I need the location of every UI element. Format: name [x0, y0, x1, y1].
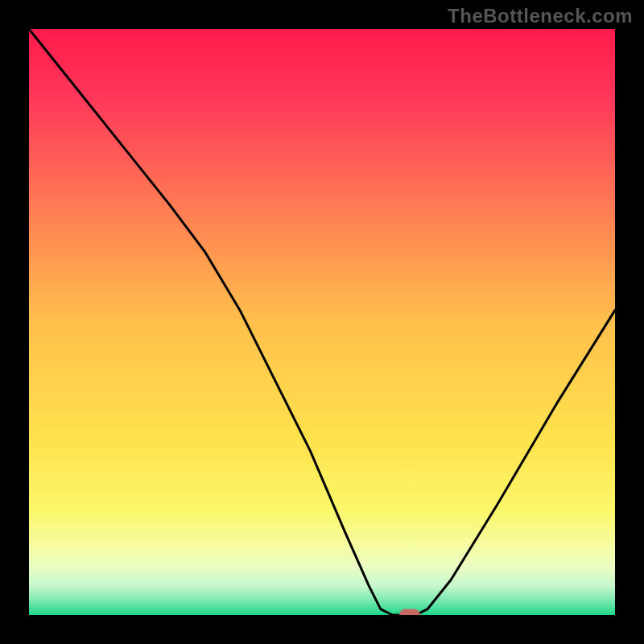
plot-area: [29, 29, 615, 615]
watermark-label: TheBottleneck.com: [448, 5, 633, 27]
plot-curve-layer: [29, 29, 615, 615]
optimal-point-marker: [399, 609, 420, 616]
bottleneck-curve: [29, 29, 615, 615]
chart-frame: TheBottleneck.com: [0, 0, 644, 644]
